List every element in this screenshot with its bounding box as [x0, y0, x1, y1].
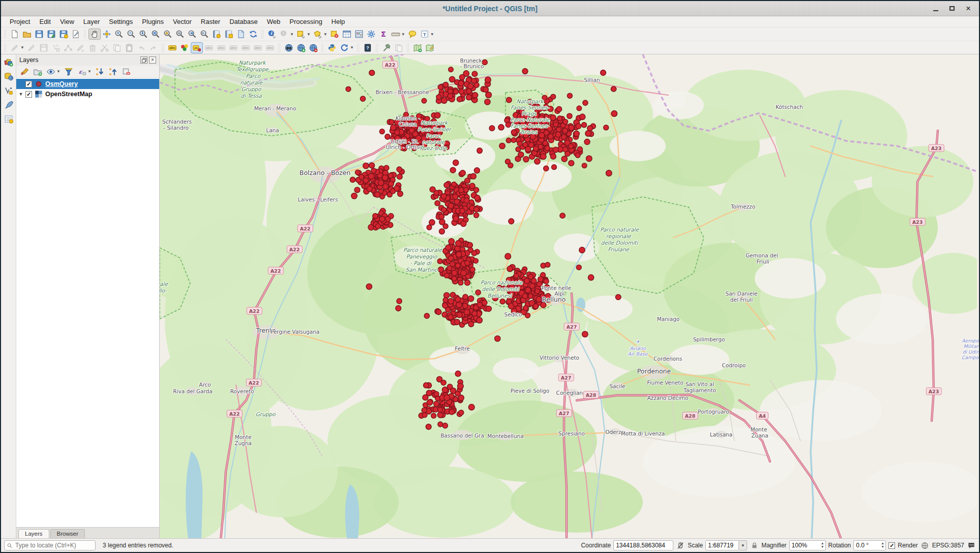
zoom-out-button[interactable]: − [125, 28, 137, 40]
save-project-as-button[interactable] [45, 28, 57, 40]
scale-combo[interactable]: 1:687719 [705, 540, 739, 550]
close-button[interactable]: × [964, 4, 973, 13]
data-source-manager-button[interactable] [3, 56, 15, 68]
show-spatial-bookmarks-button[interactable] [223, 28, 235, 40]
menu-layer[interactable]: Layer [79, 17, 105, 26]
panel-tab-browser[interactable]: Browser [50, 529, 85, 538]
open-attribute-table-button[interactable] [341, 28, 353, 40]
select-features-by-value-button[interactable] [312, 28, 324, 40]
measure-line-dropdown[interactable]: ▼ [401, 32, 405, 37]
add-delimited-text-layer-button[interactable] [3, 113, 15, 125]
new-project-button[interactable] [9, 28, 21, 40]
add-vector-layer-button[interactable] [3, 85, 15, 96]
zoom-to-selection-button[interactable]: ▣ [162, 28, 174, 40]
filter-legend-button[interactable] [63, 66, 75, 77]
statistical-summary-button[interactable]: Σ [377, 28, 390, 40]
menu-database[interactable]: Database [225, 17, 262, 26]
field-calculator-button[interactable] [353, 28, 365, 40]
manage-map-themes-button[interactable] [45, 66, 57, 77]
filter-by-expression-dropdown[interactable]: ▼ [87, 69, 92, 74]
select-features-dropdown[interactable]: ▼ [307, 32, 311, 37]
minimize-button[interactable] [931, 4, 940, 13]
map-tips-button[interactable] [406, 28, 419, 40]
pan-to-selection-button[interactable] [101, 28, 113, 40]
identify-features-button[interactable]: i [266, 28, 278, 40]
expand-all-button[interactable] [94, 66, 106, 77]
panel-close-button[interactable]: × [149, 56, 156, 64]
menu-processing[interactable]: Processing [285, 17, 326, 26]
layer-row-osmquery[interactable]: ✓OsmQuery [16, 79, 159, 89]
toolbar-grip[interactable] [4, 30, 7, 38]
crs-globe-icon[interactable] [920, 541, 930, 550]
toolbar-grip[interactable] [4, 44, 7, 52]
open-project-button[interactable] [21, 28, 33, 40]
add-group-button[interactable] [32, 66, 44, 77]
locator-box[interactable] [4, 540, 96, 550]
new-map-view-button[interactable] [235, 28, 247, 40]
remove-qms-service-button[interactable] [307, 42, 319, 53]
processing-history-dropdown[interactable]: ▼ [350, 45, 354, 50]
open-layer-styling-button[interactable] [18, 66, 31, 77]
menu-vector[interactable]: Vector [168, 17, 196, 26]
save-to-template-button[interactable] [57, 28, 70, 40]
refresh-map-button[interactable] [247, 28, 259, 40]
render-checkbox[interactable]: ✓ [888, 542, 895, 549]
zoom-in-button[interactable]: + [113, 28, 125, 40]
layer-diagram-options-button[interactable] [179, 42, 191, 53]
zoom-to-layer-button[interactable]: ▤ [174, 28, 186, 40]
measure-line-button[interactable] [390, 28, 402, 40]
menu-web[interactable]: Web [262, 17, 285, 26]
text-annotation-button[interactable]: T [419, 28, 431, 40]
menu-project[interactable]: Project [5, 17, 35, 26]
crs-status[interactable]: EPSG:3857 [932, 542, 964, 549]
panel-float-button[interactable] [140, 56, 147, 64]
processing-history-button[interactable] [338, 42, 350, 53]
highlight-pinned-labels-button[interactable]: ab [191, 42, 203, 53]
layer-checkbox[interactable]: ✓ [25, 81, 32, 88]
messages-icon[interactable] [967, 541, 976, 550]
layer-row-openstreetmap[interactable]: ▼✓OpenStreetMap [16, 89, 159, 99]
quickosm-button[interactable] [411, 42, 424, 53]
osm-tools-button[interactable] [380, 42, 393, 53]
zoom-native-button[interactable]: 1 [137, 28, 150, 40]
processing-toolbox-button[interactable] [365, 28, 377, 40]
add-qms-service-button[interactable] [295, 42, 307, 53]
layer-expander[interactable]: ▼ [18, 92, 23, 97]
map-canvas[interactable]: Bruneck- BrunicoSillianKötschachBrixen -… [160, 54, 979, 538]
extents-toggle-icon[interactable] [676, 541, 685, 550]
metasearch-button[interactable] [283, 42, 295, 53]
help-contents-button[interactable]: ? [362, 42, 374, 53]
lock-scale-icon[interactable] [750, 541, 759, 550]
collapse-all-button[interactable] [107, 66, 119, 77]
magnifier-spinbox[interactable]: 100%▲▼ [789, 540, 826, 550]
coordinate-input[interactable]: 1344188,5863084 [613, 540, 673, 550]
layer-labeling-options-button[interactable]: abc [166, 42, 179, 53]
deselect-features-button[interactable] [329, 28, 341, 40]
add-spatialite-layer-button[interactable] [3, 71, 15, 82]
rotation-spinbox[interactable]: 0.0 °▲▼ [853, 540, 886, 550]
zoom-full-extent-button[interactable] [150, 28, 162, 40]
osm-downloader-button[interactable] [424, 42, 436, 53]
current-edits-dropdown[interactable]: ▼ [20, 45, 24, 50]
manage-map-themes-dropdown[interactable]: ▼ [56, 69, 61, 74]
text-annotation-dropdown[interactable]: ▼ [430, 32, 434, 37]
menu-help[interactable]: Help [327, 17, 350, 26]
panel-tab-layers[interactable]: Layers [18, 529, 49, 538]
filter-by-expression-button[interactable]: ε [76, 66, 88, 77]
menu-plugins[interactable]: Plugins [137, 17, 168, 26]
menu-settings[interactable]: Settings [104, 17, 137, 26]
project-properties-button[interactable] [70, 28, 82, 40]
scale-dropdown[interactable]: ▼ [739, 540, 747, 550]
zoom-last-button[interactable]: ◀ [186, 28, 198, 40]
run-feature-action-dropdown[interactable]: ▼ [290, 32, 294, 37]
locator-input[interactable] [14, 541, 93, 549]
select-features-button[interactable] [295, 28, 307, 40]
python-console-button[interactable] [326, 42, 338, 53]
save-project-button[interactable] [33, 28, 45, 40]
maximize-button[interactable] [947, 4, 957, 13]
zoom-next-button[interactable]: ▶ [198, 28, 211, 40]
menu-raster[interactable]: Raster [196, 17, 225, 26]
menu-view[interactable]: View [55, 17, 79, 26]
select-features-by-value-dropdown[interactable]: ▼ [323, 32, 328, 37]
layer-checkbox[interactable]: ✓ [25, 91, 32, 98]
